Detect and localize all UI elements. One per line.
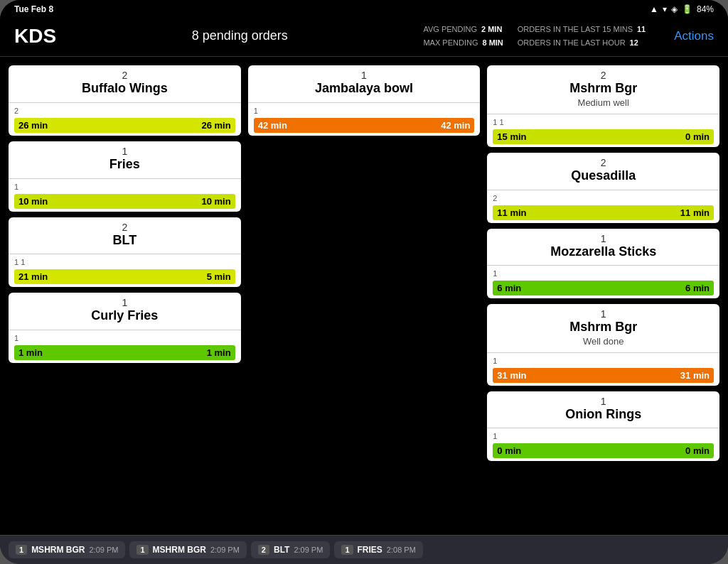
pending-orders-count: 8 pending orders <box>70 28 409 43</box>
status-bar: Tue Feb 8 ▲ ▾ ◈ 🔋 84% <box>0 0 728 18</box>
timer-right: 5 min <box>207 271 231 282</box>
max-pending-value: 8 MIN <box>482 36 503 50</box>
ticket-time: 2:09 PM <box>210 546 240 554</box>
card-timer: 0 min 0 min <box>493 443 714 458</box>
card-name: Buffalo Wings <box>16 81 234 97</box>
kds-title: KDS <box>14 25 56 48</box>
card-ticket: 1 <box>14 332 235 344</box>
card-timer: 10 min 10 min <box>14 194 235 209</box>
card-name: Jambalaya bowl <box>255 81 473 97</box>
bottom-ticket-4[interactable]: 1 FRIES 2:08 PM <box>334 541 422 558</box>
status-time: Tue Feb 8 <box>14 4 53 14</box>
ticket-qty: 1 <box>341 545 353 555</box>
card-quesadilla[interactable]: 2 Quesadilla 2 11 min 11 min <box>487 153 719 223</box>
status-right: ▲ ▾ ◈ 🔋 84% <box>650 4 714 14</box>
ticket-time: 2:09 PM <box>294 546 323 554</box>
ticket-name: MSHRM BGR <box>153 545 206 555</box>
timer-left: 42 min <box>258 120 287 131</box>
app-header: KDS 8 pending orders AVG PENDING 2 MIN M… <box>0 18 728 57</box>
timer-left: 31 min <box>497 370 526 381</box>
card-quantity: 2 <box>494 70 712 81</box>
card-quantity: 1 <box>494 308 712 320</box>
card-quantity: 1 <box>16 297 234 308</box>
column-2: 1 Jambalaya bowl 1 42 min 42 min <box>248 65 481 529</box>
ticket-qty: 2 <box>258 545 269 555</box>
card-ticket: 1 <box>493 355 714 367</box>
orders-1h-label: ORDERS IN THE LAST HOUR <box>518 36 626 50</box>
ticket-qty: 1 <box>136 545 148 555</box>
location-icon: ▲ <box>650 4 658 14</box>
ticket-time: 2:08 PM <box>387 546 416 554</box>
orders-15-value: 11 <box>637 23 646 36</box>
card-quantity: 1 <box>16 146 234 157</box>
card-name: Mshrm Bgr <box>494 320 712 335</box>
column-3: 2 Mshrm Bgr Medium well 1 1 15 min 0 min… <box>487 65 719 529</box>
bottom-ticket-2[interactable]: 1 MSHRM BGR 2:09 PM <box>129 541 246 558</box>
card-timer: 1 min 1 min <box>14 345 235 360</box>
card-timer: 15 min 0 min <box>493 129 714 144</box>
card-modifier: Medium well <box>494 97 712 108</box>
card-quantity: 2 <box>16 222 234 233</box>
bottom-ticket-3[interactable]: 2 BLT 2:09 PM <box>251 541 331 558</box>
card-modifier: Well done <box>494 336 712 347</box>
card-timer: 11 min 11 min <box>493 205 714 220</box>
signal-icon: ◈ <box>671 4 678 14</box>
card-timer: 31 min 31 min <box>493 368 714 383</box>
card-quantity: 2 <box>16 70 234 81</box>
timer-right: 1 min <box>207 347 231 358</box>
timer-left: 11 min <box>497 207 526 218</box>
avg-pending-value: 2 MIN <box>481 23 502 36</box>
card-mozzarella-sticks[interactable]: 1 Mozzarella Sticks 1 6 min 6 min <box>487 229 719 299</box>
card-ticket: 1 <box>14 181 235 192</box>
max-pending-label: MAX PENDING <box>423 36 478 50</box>
card-timer: 6 min 6 min <box>493 281 714 295</box>
avg-max-stats: AVG PENDING 2 MIN MAX PENDING 8 MIN <box>423 23 503 49</box>
avg-pending-label: AVG PENDING <box>423 23 477 36</box>
orders-1h-value: 12 <box>630 36 638 50</box>
card-quantity: 1 <box>494 396 712 407</box>
card-name: Curly Fries <box>16 308 234 324</box>
bottom-ticket-1[interactable]: 1 MSHRM BGR 2:09 PM <box>9 541 125 558</box>
actions-button[interactable]: Actions <box>674 29 714 43</box>
bottom-bar: 1 MSHRM BGR 2:09 PM 1 MSHRM BGR 2:09 PM … <box>0 535 728 564</box>
timer-left: 1 min <box>18 347 43 358</box>
card-fries[interactable]: 1 Fries 1 10 min 10 min <box>9 141 241 212</box>
card-ticket: 1 1 <box>493 116 714 128</box>
timer-right: 26 min <box>201 120 230 131</box>
card-ticket: 2 <box>493 192 714 204</box>
card-jambalaya-bowl[interactable]: 1 Jambalaya bowl 1 42 min 42 min <box>248 65 481 136</box>
timer-left: 10 min <box>18 196 48 207</box>
timer-right: 6 min <box>685 283 710 293</box>
card-quantity: 2 <box>494 157 712 168</box>
timer-right: 0 min <box>685 131 710 142</box>
ticket-name: BLT <box>274 545 289 555</box>
orders-last-stats: ORDERS IN THE LAST 15 MINS 11 ORDERS IN … <box>518 23 646 49</box>
orders-15-label: ORDERS IN THE LAST 15 MINS <box>518 23 633 36</box>
card-buffalo-wings[interactable]: 2 Buffalo Wings 2 26 min 26 min <box>9 65 241 136</box>
card-curly-fries[interactable]: 1 Curly Fries 1 1 min 1 min <box>9 293 241 363</box>
card-ticket: 1 <box>254 105 475 116</box>
card-timer: 26 min 26 min <box>14 118 235 133</box>
card-name: Quesadilla <box>494 168 712 184</box>
column-1: 2 Buffalo Wings 2 26 min 26 min 1 Fries <box>9 65 241 529</box>
card-ticket: 1 <box>493 430 714 442</box>
card-timer: 42 min 42 min <box>254 118 475 133</box>
card-ticket: 1 <box>493 268 714 279</box>
card-ticket: 1 1 <box>14 256 235 268</box>
timer-right: 10 min <box>201 196 230 207</box>
card-name: Onion Rings <box>494 407 712 423</box>
timer-left: 21 min <box>18 271 48 282</box>
card-blt[interactable]: 2 BLT 1 1 21 min 5 min <box>9 217 241 288</box>
timer-right: 0 min <box>685 445 710 456</box>
card-name: Mozzarella Sticks <box>494 244 712 260</box>
card-onion-rings[interactable]: 1 Onion Rings 1 0 min 0 min <box>487 391 719 462</box>
card-quantity: 1 <box>255 70 473 81</box>
card-mshrm-bgr-2[interactable]: 1 Mshrm Bgr Well done 1 31 min 31 min <box>487 304 719 386</box>
timer-left: 26 min <box>18 120 48 131</box>
timer-left: 0 min <box>497 445 521 456</box>
card-mshrm-bgr-1[interactable]: 2 Mshrm Bgr Medium well 1 1 15 min 0 min <box>487 65 719 147</box>
card-name: Fries <box>16 157 234 173</box>
timer-right: 42 min <box>441 120 470 131</box>
battery-icon: 🔋 <box>682 4 692 14</box>
timer-right: 11 min <box>680 207 710 218</box>
